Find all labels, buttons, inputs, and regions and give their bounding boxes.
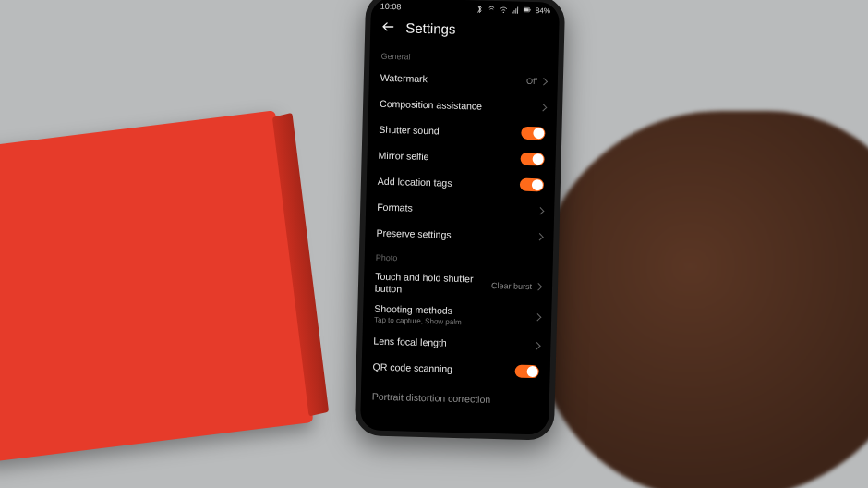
row-qr-scanning[interactable]: QR code scanning: [372, 354, 539, 384]
status-time: 10:08: [380, 2, 402, 12]
phone-screen: 10:08 84%: [360, 0, 560, 435]
row-title: Preserve settings: [376, 226, 531, 242]
row-value: Clear burst: [491, 281, 532, 291]
chevron-right-icon: [535, 283, 542, 290]
section-label-photo: Photo: [376, 253, 542, 267]
row-value: Off: [526, 77, 537, 86]
row-title: Touch and hold shutter button: [375, 271, 487, 297]
row-title: Portrait distortion correction: [372, 391, 538, 407]
toggle-on[interactable]: [520, 152, 544, 166]
battery-percent: 84%: [536, 6, 550, 15]
row-title: Shutter sound: [379, 123, 515, 138]
app-header: Settings: [370, 12, 560, 48]
nfc-icon: [488, 5, 496, 13]
hand: [536, 111, 868, 488]
row-title: Lens focal length: [373, 336, 528, 351]
row-title: Watermark: [380, 71, 521, 87]
settings-list[interactable]: General Watermark Off Composition assist…: [360, 43, 559, 434]
toggle-on[interactable]: [521, 127, 545, 140]
chevron-right-icon: [534, 313, 541, 321]
row-title: Composition assistance: [380, 97, 535, 113]
bluetooth-icon: [476, 5, 484, 13]
chevron-right-icon: [539, 104, 547, 111]
chevron-right-icon: [540, 78, 548, 85]
section-label-general: General: [380, 52, 547, 66]
svg-rect-3: [524, 8, 529, 11]
chevron-right-icon: [536, 233, 543, 240]
row-portrait-distortion[interactable]: Portrait distortion correction: [371, 384, 538, 414]
chevron-right-icon: [533, 342, 540, 349]
row-title: Mirror selfie: [379, 149, 515, 164]
row-preserve[interactable]: Preserve settings: [376, 220, 543, 250]
row-title: Formats: [377, 201, 532, 216]
row-shooting-methods[interactable]: Shooting methods Tap to capture, Show pa…: [374, 299, 541, 333]
chevron-right-icon: [536, 207, 544, 214]
battery-icon: [524, 6, 532, 14]
svg-rect-2: [530, 9, 531, 11]
svg-point-0: [503, 11, 504, 12]
signal-icon: [512, 6, 520, 14]
product-box: 13: [0, 110, 313, 462]
row-title: Add location tags: [378, 175, 514, 189]
row-title: QR code scanning: [373, 361, 510, 376]
toggle-on[interactable]: [514, 364, 538, 378]
status-icons: 84%: [476, 5, 550, 15]
row-hold-shutter[interactable]: Touch and hold shutter button Clear burs…: [375, 266, 542, 303]
toggle-on[interactable]: [520, 178, 544, 192]
arrow-left-icon: [380, 19, 395, 34]
phone-frame: 10:08 84%: [355, 0, 565, 441]
back-button[interactable]: [380, 18, 396, 35]
wifi-icon: [500, 6, 508, 14]
page-title: Settings: [405, 19, 456, 36]
